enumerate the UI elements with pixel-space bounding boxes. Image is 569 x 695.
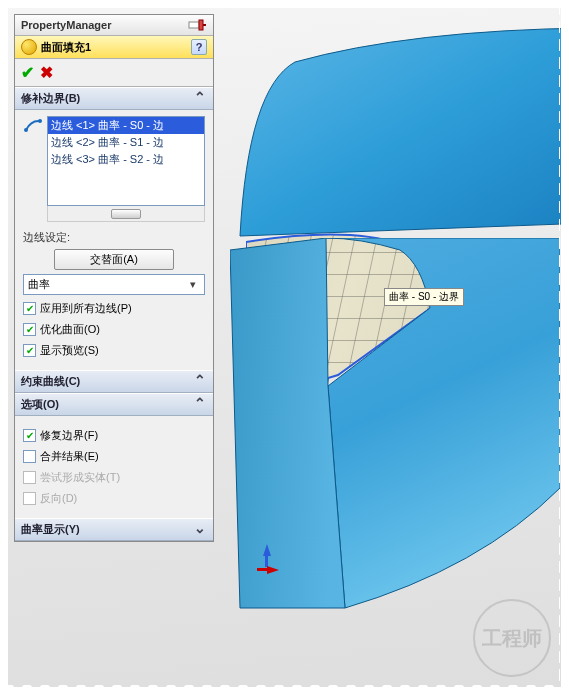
pm-title: PropertyManager <box>21 19 183 31</box>
group-options-header[interactable]: 选项(O) <box>15 393 213 416</box>
fix-boundary-label: 修复边界(F) <box>40 428 98 443</box>
list-item[interactable]: 边线 <2> 曲率 - S1 - 边 <box>48 134 204 151</box>
feature-name: 曲面填充1 <box>41 40 187 55</box>
group-patch-title: 修补边界(B) <box>21 91 193 106</box>
svg-rect-2 <box>199 20 203 30</box>
edge-tooltip: 曲率 - S0 - 边界 <box>384 288 464 306</box>
reverse-checkbox <box>23 492 36 505</box>
edge-settings-label: 边线设定: <box>23 230 205 245</box>
optimize-label: 优化曲面(O) <box>40 322 100 337</box>
continuity-select[interactable]: 曲率 ▾ <box>23 274 205 295</box>
cancel-button[interactable]: ✖ <box>40 63 53 82</box>
preview-checkbox[interactable]: ✔ <box>23 344 36 357</box>
ok-button[interactable]: ✔ <box>21 63 34 82</box>
dropdown-arrow-icon: ▾ <box>186 278 200 291</box>
feature-title-bar: 曲面填充1 ? <box>15 36 213 59</box>
reverse-label: 反向(D) <box>40 491 77 506</box>
ok-cancel-bar: ✔ ✖ <box>15 59 213 87</box>
apply-all-label: 应用到所有边线(P) <box>40 301 132 316</box>
group-options-body: ✔ 修复边界(F) 合并结果(E) 尝试形成实体(T) 反向(D) <box>15 416 213 518</box>
merge-result-checkbox[interactable] <box>23 450 36 463</box>
list-scrollbar[interactable] <box>47 206 205 222</box>
chevron-up-icon <box>193 375 207 389</box>
group-patch-header[interactable]: 修补边界(B) <box>15 87 213 110</box>
pm-header: PropertyManager <box>15 15 213 36</box>
edge-selection-list[interactable]: 边线 <1> 曲率 - S0 - 边 边线 <2> 曲率 - S1 - 边 边线… <box>47 116 205 206</box>
alternate-face-button[interactable]: 交替面(A) <box>54 249 174 270</box>
list-item[interactable]: 边线 <3> 曲率 - S2 - 边 <box>48 151 204 168</box>
group-patch-body: 边线 <1> 曲率 - S0 - 边 边线 <2> 曲率 - S1 - 边 边线… <box>15 110 213 370</box>
svg-point-4 <box>24 128 28 132</box>
group-constraint-header[interactable]: 约束曲线(C) <box>15 370 213 393</box>
group-curvature-title: 曲率显示(Y) <box>21 522 193 537</box>
fix-boundary-checkbox[interactable]: ✔ <box>23 429 36 442</box>
fill-surface-icon <box>21 39 37 55</box>
view-triad[interactable] <box>253 550 277 574</box>
try-solid-checkbox <box>23 471 36 484</box>
watermark: 工程师 <box>473 599 551 677</box>
apply-all-checkbox[interactable]: ✔ <box>23 302 36 315</box>
pin-icon[interactable] <box>187 18 207 32</box>
property-manager-panel: PropertyManager 曲面填充1 ? ✔ ✖ 修补边界(B) <box>14 14 214 542</box>
group-constraint-title: 约束曲线(C) <box>21 374 193 389</box>
chevron-up-icon <box>193 92 207 106</box>
list-item[interactable]: 边线 <1> 曲率 - S0 - 边 <box>48 117 204 134</box>
continuity-value: 曲率 <box>28 277 186 292</box>
optimize-checkbox[interactable]: ✔ <box>23 323 36 336</box>
group-curvature-header[interactable]: 曲率显示(Y) <box>15 518 213 541</box>
graphics-viewport[interactable]: 曲率 - S0 - 边界 工程师 PropertyManager 曲面填充1 ?… <box>8 8 561 687</box>
preview-label: 显示预览(S) <box>40 343 99 358</box>
edge-select-icon <box>23 116 43 136</box>
svg-rect-1 <box>189 22 199 28</box>
try-solid-label: 尝试形成实体(T) <box>40 470 120 485</box>
group-options-title: 选项(O) <box>21 397 193 412</box>
merge-result-label: 合并结果(E) <box>40 449 99 464</box>
help-button[interactable]: ? <box>191 39 207 55</box>
chevron-up-icon <box>193 398 207 412</box>
svg-point-5 <box>38 119 42 123</box>
chevron-down-icon <box>193 523 207 537</box>
